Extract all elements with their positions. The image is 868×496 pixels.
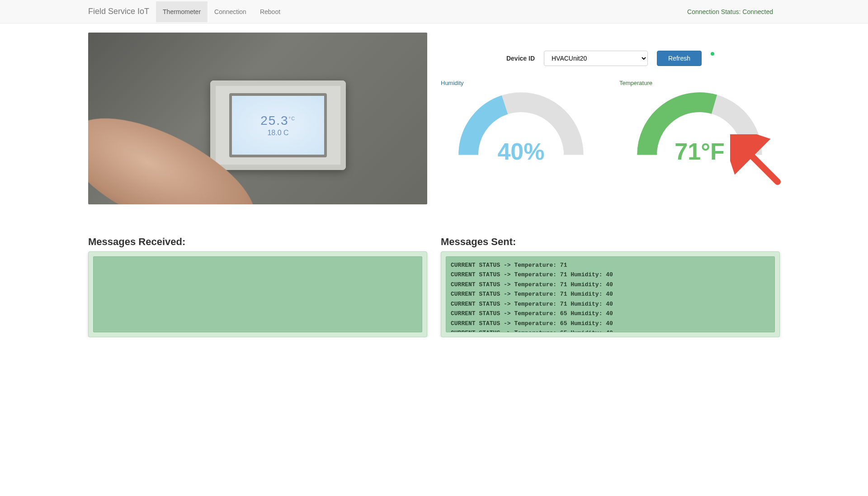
- refresh-button[interactable]: Refresh: [657, 51, 702, 66]
- log-line: CURRENT STATUS -> Temperature: 71 Humidi…: [451, 289, 770, 299]
- log-line: CURRENT STATUS -> Temperature: 71 Humidi…: [451, 299, 770, 309]
- device-id-label: Device ID: [506, 55, 535, 62]
- navbar: Field Service IoT Thermometer Connection…: [0, 0, 868, 24]
- brand[interactable]: Field Service IoT: [88, 0, 156, 23]
- connection-status: Connection Status: Connected: [687, 8, 780, 15]
- log-line: CURRENT STATUS -> Temperature: 71 Humidi…: [451, 270, 770, 279]
- tab-reboot[interactable]: Reboot: [253, 1, 287, 22]
- connection-status-value: Connected: [742, 8, 773, 15]
- status-indicator-icon: [711, 52, 714, 56]
- log-line: CURRENT STATUS -> Temperature: 65 Humidi…: [451, 328, 770, 332]
- device-id-select[interactable]: HVACUnit20: [544, 51, 648, 66]
- humidity-gauge: Humidity 40%: [441, 80, 601, 161]
- messages-sent-header: Messages Sent:: [441, 236, 780, 248]
- messages-sent-panel: CURRENT STATUS -> Temperature: 71CURRENT…: [441, 251, 780, 337]
- messages-received-header: Messages Received:: [88, 236, 427, 248]
- log-line: CURRENT STATUS -> Temperature: 71 Humidi…: [451, 280, 770, 289]
- tab-connection-label[interactable]: Connection: [208, 1, 253, 22]
- device-controls: Device ID HVACUnit20 Refresh: [441, 51, 780, 66]
- log-line: CURRENT STATUS -> Temperature: 65 Humidi…: [451, 319, 770, 328]
- temperature-gauge-value: 71°F: [619, 138, 780, 165]
- tab-reboot-label[interactable]: Reboot: [253, 1, 287, 22]
- log-line: CURRENT STATUS -> Temperature: 65 Humidi…: [451, 309, 770, 318]
- thermostat-main-unit: °C: [289, 116, 296, 121]
- thermostat-sub-unit: C: [283, 129, 289, 137]
- nav-tabs: Thermometer Connection Reboot: [156, 1, 287, 22]
- temperature-gauge-title: Temperature: [619, 80, 780, 86]
- tab-thermometer[interactable]: Thermometer: [156, 1, 208, 22]
- thermostat-photo: 25.3°C 18.0 C: [88, 33, 427, 204]
- humidity-gauge-title: Humidity: [441, 80, 601, 86]
- thermostat-sub-reading: 18.0: [267, 129, 281, 137]
- thermostat-screen: 25.3°C 18.0 C: [229, 93, 327, 157]
- messages-received-body[interactable]: [93, 256, 422, 332]
- connection-status-label: Connection Status:: [687, 8, 741, 15]
- thermostat-device-frame: 25.3°C 18.0 C: [210, 80, 346, 170]
- thermostat-main-reading: 25.3: [260, 113, 289, 128]
- temperature-gauge: Temperature 71°F: [619, 80, 780, 161]
- humidity-gauge-value: 40%: [441, 138, 601, 165]
- tab-connection[interactable]: Connection: [208, 1, 253, 22]
- log-line: CURRENT STATUS -> Temperature: 71: [451, 260, 770, 270]
- tab-thermometer-label[interactable]: Thermometer: [156, 1, 208, 22]
- messages-sent-body[interactable]: CURRENT STATUS -> Temperature: 71CURRENT…: [446, 256, 775, 332]
- messages-received-panel: [88, 251, 427, 337]
